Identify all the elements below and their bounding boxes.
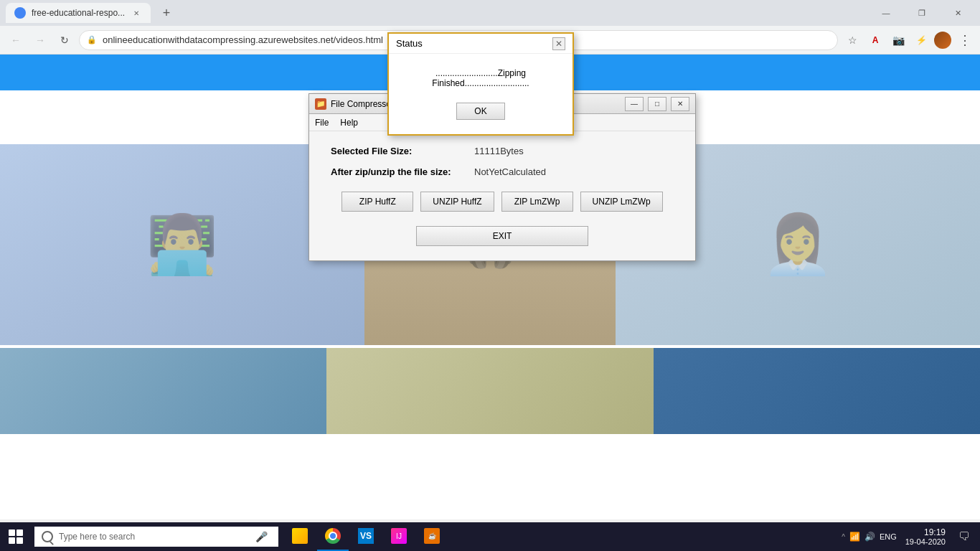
menu-button[interactable]: ⋮ <box>954 30 974 50</box>
fc-close-button[interactable]: ✕ <box>671 97 689 111</box>
taskbar-app-chrome[interactable] <box>317 522 349 551</box>
browser-tab[interactable]: free-educational-respo... ✕ <box>6 3 151 23</box>
fc-after-zip-row: After zip/unzip the file size: NotYetCal… <box>331 166 674 177</box>
tray-icons: ^ 📶 🔊 ENG <box>842 532 897 542</box>
unzip-huffz-button[interactable]: UNZIP HuffZ <box>420 192 494 212</box>
fc-after-zip-value: NotYetCalculated <box>474 166 546 177</box>
notification-center[interactable]: 🗨 <box>954 522 974 551</box>
tab-title: free-educational-respo... <box>32 8 125 18</box>
fc-maximize-button[interactable]: □ <box>648 97 666 111</box>
fc-file-size-row: Selected File Size: 11111Bytes <box>331 146 674 156</box>
start-button[interactable] <box>0 522 32 551</box>
zip-huffz-button[interactable]: ZIP HuffZ <box>341 192 413 212</box>
fc-file-size-value: 11111Bytes <box>474 146 524 156</box>
taskbar-apps: VS IJ ☕ <box>284 522 448 551</box>
status-ok-button[interactable]: OK <box>456 103 504 120</box>
status-title-bar: Status ✕ <box>389 34 573 54</box>
close-button[interactable]: ✕ <box>941 0 974 26</box>
image-row2-3 <box>654 348 980 434</box>
back-button[interactable]: ← <box>6 30 26 50</box>
fc-app-icon: 📁 <box>315 98 326 110</box>
taskbar: Type here to search 🎤 VS IJ ☕ ^ 📶 🔊 ENG … <box>0 522 980 551</box>
browser-title-bar: free-educational-respo... ✕ + — ❐ ✕ <box>0 0 980 26</box>
new-tab-button[interactable]: + <box>156 3 176 23</box>
jetbrains-icon: IJ <box>391 528 407 544</box>
taskbar-clock[interactable]: 19:19 19-04-2020 <box>900 527 951 546</box>
zip-lmzwp-button[interactable]: ZIP LmZWp <box>501 192 573 212</box>
search-icon <box>42 531 53 542</box>
taskbar-app-jetbrains[interactable]: IJ <box>383 522 415 551</box>
fc-menu-help[interactable]: Help <box>340 118 358 128</box>
taskbar-app-explorer[interactable] <box>284 522 316 551</box>
status-body: ..........................Zipping Finish… <box>389 54 573 134</box>
image-row2-1 <box>0 348 326 434</box>
minimize-button[interactable]: — <box>870 0 903 26</box>
image-row2-2 <box>326 348 653 434</box>
clock-date: 19-04-2020 <box>905 537 946 546</box>
taskbar-app-java[interactable]: ☕ <box>416 522 448 551</box>
taskbar-search-text: Type here to search <box>59 532 135 542</box>
fc-minimize-button[interactable]: — <box>625 97 644 111</box>
reload-button[interactable]: ↻ <box>55 30 75 50</box>
fc-file-size-label: Selected File Size: <box>331 146 474 156</box>
network-icon[interactable]: 📶 <box>849 532 860 542</box>
tab-close-button[interactable]: ✕ <box>131 7 142 19</box>
taskbar-app-vscode[interactable]: VS <box>350 522 382 551</box>
window-controls: — ❐ ✕ <box>870 0 974 26</box>
profile-icon[interactable] <box>934 32 951 49</box>
extension-icon[interactable]: ⚡ <box>911 30 931 50</box>
tab-favicon <box>14 7 26 19</box>
vscode-icon: VS <box>358 528 374 544</box>
maximize-button[interactable]: ❐ <box>905 0 938 26</box>
microphone-icon[interactable]: 🎤 <box>251 527 271 547</box>
exit-button[interactable]: EXIT <box>416 226 588 246</box>
start-icon <box>9 529 23 544</box>
fc-body: Selected File Size: 11111Bytes After zip… <box>309 131 695 260</box>
status-message: ..........................Zipping Finish… <box>400 68 562 88</box>
volume-icon[interactable]: 🔊 <box>864 532 875 542</box>
chrome-icon <box>325 528 341 544</box>
tray-chevron[interactable]: ^ <box>842 533 845 541</box>
java-icon: ☕ <box>424 528 440 544</box>
lock-icon: 🔒 <box>87 35 97 44</box>
taskbar-search[interactable]: Type here to search 🎤 <box>34 527 278 547</box>
acrobat-icon[interactable]: A <box>865 30 885 50</box>
unzip-lmzwp-button[interactable]: UNZIP LmZWp <box>580 192 663 212</box>
forward-button[interactable]: → <box>30 30 50 50</box>
taskbar-right: ^ 📶 🔊 ENG 19:19 19-04-2020 🗨 <box>842 522 980 551</box>
images-row-2 <box>0 348 980 434</box>
fc-buttons-row: ZIP HuffZ UNZIP HuffZ ZIP LmZWp UNZIP Lm… <box>331 192 674 212</box>
clock-time: 19:19 <box>905 527 946 537</box>
toolbar-icons: ☆ A 📷 ⚡ ⋮ <box>842 30 974 50</box>
language-indicator[interactable]: ENG <box>880 532 897 541</box>
camera-icon[interactable]: 📷 <box>888 30 908 50</box>
fc-after-zip-label: After zip/unzip the file size: <box>331 166 474 177</box>
status-close-button[interactable]: ✕ <box>552 37 565 50</box>
browser-window: free-educational-respo... ✕ + — ❐ ✕ ← → … <box>0 0 980 522</box>
status-dialog: Status ✕ ..........................Zippi… <box>387 32 574 136</box>
fc-menu-file[interactable]: File <box>315 118 329 128</box>
bookmark-button[interactable]: ☆ <box>842 30 862 50</box>
status-title-text: Status <box>396 38 552 49</box>
fc-exit-row: EXIT <box>331 226 674 246</box>
explorer-icon <box>292 528 308 544</box>
